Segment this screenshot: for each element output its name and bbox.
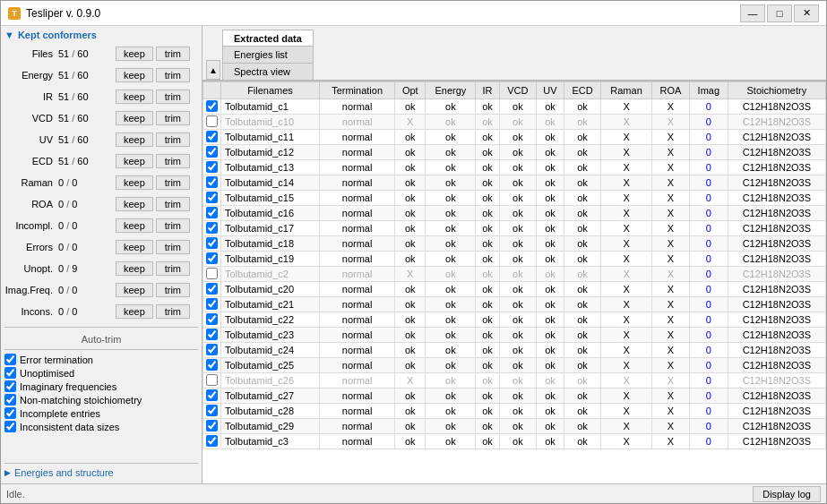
table-row[interactable]: Tolbutamid_c1 normal ok ok ok ok ok ok X… (203, 99, 826, 115)
row-checkbox-cell[interactable] (203, 343, 221, 358)
keep-button[interactable]: keep (116, 111, 153, 125)
tab-extracted-data[interactable]: Extracted data (222, 30, 314, 47)
row-checkbox[interactable] (206, 146, 218, 158)
table-row[interactable]: Tolbutamid_c26 normal X ok ok ok ok ok X… (203, 373, 826, 389)
close-button[interactable]: ✕ (794, 4, 819, 22)
row-checkbox-cell[interactable] (203, 252, 221, 267)
row-checkbox[interactable] (206, 176, 218, 188)
trim-button[interactable]: trim (156, 111, 190, 125)
row-checkbox-cell[interactable] (203, 373, 221, 389)
trim-button[interactable]: trim (156, 47, 190, 61)
table-row[interactable]: Tolbutamid_c12 normal ok ok ok ok ok ok … (203, 145, 826, 160)
row-checkbox[interactable] (206, 100, 218, 112)
row-checkbox[interactable] (206, 389, 218, 401)
row-checkbox[interactable] (206, 313, 218, 325)
keep-button[interactable]: keep (116, 175, 153, 190)
keep-button[interactable]: keep (116, 197, 153, 211)
maximize-button[interactable]: □ (767, 4, 792, 22)
table-row[interactable]: Tolbutamid_c29 normal ok ok ok ok ok ok … (203, 419, 826, 434)
autotrim-checkbox[interactable] (4, 380, 16, 392)
trim-button[interactable]: trim (156, 197, 190, 211)
row-checkbox-cell[interactable] (203, 434, 221, 449)
table-row[interactable]: Tolbutamid_c10 normal X ok ok ok ok ok X… (203, 115, 826, 130)
keep-button[interactable]: keep (116, 132, 153, 147)
row-checkbox[interactable] (206, 222, 218, 234)
row-checkbox-cell[interactable] (203, 191, 221, 206)
row-checkbox[interactable] (206, 283, 218, 295)
trim-button[interactable]: trim (156, 90, 190, 104)
trim-button[interactable]: trim (156, 68, 190, 82)
table-row[interactable]: Tolbutamid_c23 normal ok ok ok ok ok ok … (203, 328, 826, 343)
row-checkbox[interactable] (206, 131, 218, 142)
display-log-button[interactable]: Display log (753, 486, 821, 502)
row-checkbox-cell[interactable] (203, 312, 221, 328)
row-checkbox-cell[interactable] (203, 145, 221, 160)
table-row[interactable]: Tolbutamid_c3 normal ok ok ok ok ok ok X… (203, 434, 826, 449)
row-checkbox-cell[interactable] (203, 115, 221, 130)
table-row[interactable]: Tolbutamid_c17 normal ok ok ok ok ok ok … (203, 221, 826, 236)
table-row[interactable]: Tolbutamid_c19 normal ok ok ok ok ok ok … (203, 252, 826, 267)
row-checkbox[interactable] (206, 207, 218, 218)
trim-button[interactable]: trim (156, 218, 190, 233)
table-row[interactable]: Tolbutamid_c11 normal ok ok ok ok ok ok … (203, 130, 826, 145)
row-checkbox-cell[interactable] (203, 267, 221, 282)
row-checkbox-cell[interactable] (203, 297, 221, 312)
row-checkbox-cell[interactable] (203, 389, 221, 404)
trim-button[interactable]: trim (156, 154, 190, 168)
row-checkbox[interactable] (206, 237, 218, 249)
tab-energies-list[interactable]: Energies list (222, 46, 314, 63)
trim-button[interactable]: trim (156, 132, 190, 147)
autotrim-checkbox[interactable] (4, 354, 16, 365)
keep-button[interactable]: keep (116, 90, 153, 104)
autotrim-checkbox[interactable] (4, 394, 16, 406)
table-row[interactable]: Tolbutamid_c15 normal ok ok ok ok ok ok … (203, 191, 826, 206)
row-checkbox[interactable] (206, 329, 218, 340)
row-checkbox[interactable] (206, 359, 218, 371)
row-checkbox-cell[interactable] (203, 328, 221, 343)
row-checkbox-cell[interactable] (203, 206, 221, 221)
keep-button[interactable]: keep (116, 47, 153, 61)
keep-button[interactable]: keep (116, 261, 153, 276)
table-row[interactable]: Tolbutamid_c25 normal ok ok ok ok ok ok … (203, 358, 826, 373)
keep-button[interactable]: keep (116, 283, 153, 297)
tab-spectra-view[interactable]: Spectra view (222, 63, 314, 80)
table-row[interactable]: Tolbutamid_c2 normal X ok ok ok ok ok X … (203, 267, 826, 282)
table-row[interactable]: Tolbutamid_c14 normal ok ok ok ok ok ok … (203, 175, 826, 191)
row-checkbox[interactable] (206, 435, 218, 447)
trim-button[interactable]: trim (156, 240, 190, 254)
keep-button[interactable]: keep (116, 154, 153, 168)
autotrim-checkbox[interactable] (4, 407, 16, 419)
row-checkbox-cell[interactable] (203, 99, 221, 115)
row-checkbox[interactable] (206, 374, 218, 386)
row-checkbox[interactable] (206, 405, 218, 416)
row-checkbox-cell[interactable] (203, 160, 221, 175)
row-checkbox-cell[interactable] (203, 221, 221, 236)
table-row[interactable]: Tolbutamid_c16 normal ok ok ok ok ok ok … (203, 206, 826, 221)
keep-button[interactable]: keep (116, 68, 153, 82)
row-checkbox[interactable] (206, 344, 218, 355)
row-checkbox-cell[interactable] (203, 130, 221, 145)
row-checkbox-cell[interactable] (203, 419, 221, 434)
keep-button[interactable]: keep (116, 240, 153, 254)
minimize-button[interactable]: — (740, 4, 765, 22)
row-checkbox[interactable] (206, 420, 218, 431)
row-checkbox-cell[interactable] (203, 175, 221, 191)
table-row[interactable]: Tolbutamid_c27 normal ok ok ok ok ok ok … (203, 389, 826, 404)
row-checkbox[interactable] (206, 161, 218, 173)
table-row[interactable]: Tolbutamid_c28 normal ok ok ok ok ok ok … (203, 404, 826, 419)
table-row[interactable]: Tolbutamid_c13 normal ok ok ok ok ok ok … (203, 160, 826, 175)
trim-button[interactable]: trim (156, 304, 190, 319)
trim-button[interactable]: trim (156, 261, 190, 276)
keep-button[interactable]: keep (116, 304, 153, 319)
autotrim-checkbox[interactable] (4, 367, 16, 379)
table-row[interactable]: Tolbutamid_c18 normal ok ok ok ok ok ok … (203, 236, 826, 252)
row-checkbox[interactable] (206, 298, 218, 310)
expandable-section[interactable]: ▶ Energies and structure (4, 463, 198, 480)
keep-button[interactable]: keep (116, 218, 153, 233)
row-checkbox[interactable] (206, 192, 218, 203)
row-checkbox[interactable] (206, 252, 218, 264)
row-checkbox-cell[interactable] (203, 236, 221, 252)
trim-button[interactable]: trim (156, 283, 190, 297)
table-row[interactable]: Tolbutamid_c20 normal ok ok ok ok ok ok … (203, 282, 826, 297)
row-checkbox-cell[interactable] (203, 404, 221, 419)
